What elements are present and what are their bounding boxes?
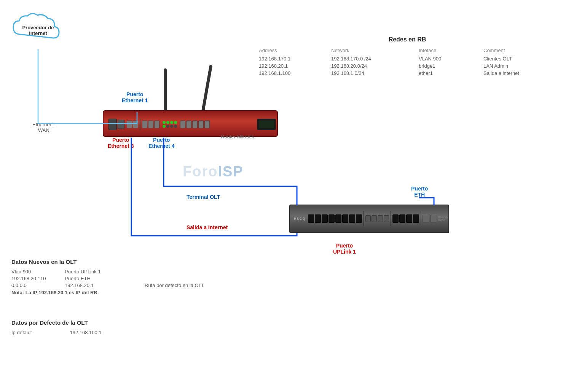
datos-defecto-title: Datos por Defecto de la OLT xyxy=(11,319,102,326)
label-puerto-eth: Puerto ETH xyxy=(411,186,428,198)
row0-interface: VLAN 900 xyxy=(419,56,480,62)
network-info-panel: Redes en RB Address Network Inteface Com… xyxy=(259,36,556,76)
col-header-comment: Comment xyxy=(483,48,552,55)
col-header-address: Address xyxy=(259,48,327,55)
row0-address: 192.168.170.1 xyxy=(259,56,327,62)
label-puerto-uplink1: Puerto UPLink 1 xyxy=(333,243,356,255)
label-terminal-olt: Terminal OLT xyxy=(187,194,220,200)
network-table-title: Redes en RB xyxy=(259,36,556,43)
dn-row2-c2: Ruta por defecto en la OLT xyxy=(145,282,204,288)
label-puerto-eth1: Puerto Ethernet 1 xyxy=(122,91,148,103)
olt-device: HSGQ xyxy=(289,205,449,233)
dn-row0-c2 xyxy=(145,269,204,275)
router-mikrotik xyxy=(103,110,278,137)
row1-interface: bridge1 xyxy=(419,63,480,69)
watermark: ForoISP xyxy=(183,163,244,180)
label-puerto-eth4: Puerto Ethernet 4 xyxy=(148,137,174,149)
dd-label: Ip default xyxy=(11,330,32,335)
row0-network: 192.168.170.0 /24 xyxy=(331,56,415,62)
antenna-right xyxy=(202,65,213,110)
label-salida-internet: Salida a Internet xyxy=(187,224,228,230)
dn-row1-c0: 192.168.20.110 xyxy=(11,276,61,281)
row1-comment: LAN Admin xyxy=(483,63,552,69)
datos-defecto-panel: Datos por Defecto de la OLT Ip default 1… xyxy=(11,319,102,335)
dn-row0-c1: Puerto UPLink 1 xyxy=(65,269,141,275)
row2-network: 192.168.1.0/24 xyxy=(331,70,415,76)
row2-address: 192.168.1.100 xyxy=(259,70,327,76)
row2-interface: ether1 xyxy=(419,70,480,76)
router-label: Router Mikrotik xyxy=(221,134,254,140)
datos-nuevos-title: Datos Nuevos en la OLT xyxy=(11,259,204,265)
antenna-left xyxy=(164,68,167,110)
row0-comment: Clientes OLT xyxy=(483,56,552,62)
cloud-label: Proveedor de Internet xyxy=(11,11,65,49)
row1-address: 192.168.20.1 xyxy=(259,63,327,69)
dd-value: 192.168.100.1 xyxy=(70,330,102,335)
col-header-network: Network xyxy=(331,48,415,55)
col-header-interface: Inteface xyxy=(419,48,480,55)
dn-row2-c0: 0.0.0.0 xyxy=(11,282,61,288)
row1-network: 192.168.20.0/24 xyxy=(331,63,415,69)
label-puerto-eth3: Puerto Ethernet 3 xyxy=(108,137,134,149)
row2-comment: Salida a internet xyxy=(483,70,552,76)
dn-row1-c2 xyxy=(145,276,204,281)
dn-nota: Nota: La IP 192.168.20.1 es IP del RB. xyxy=(11,290,204,295)
datos-nuevos-panel: Datos Nuevos en la OLT Vlan 900 Puerto U… xyxy=(11,259,204,295)
dn-row0-c0: Vlan 900 xyxy=(11,269,61,275)
label-eth1-wan: Ethernet 1 WAN xyxy=(32,122,55,133)
dn-row2-c1: 192.168.20.1 xyxy=(65,282,141,288)
dn-row1-c1: Puerto ETH xyxy=(65,276,141,281)
